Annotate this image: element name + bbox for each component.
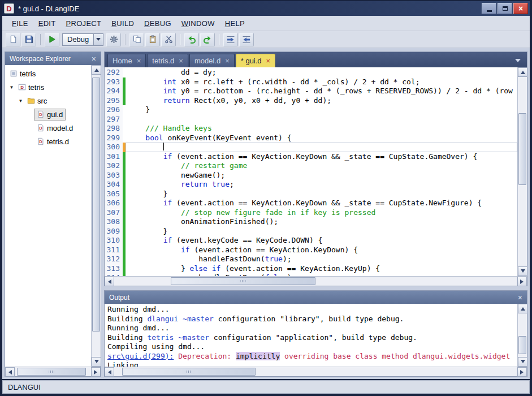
- code-line-301[interactable]: 301 if (event.action == KeyAction.KeyDow…: [105, 152, 517, 162]
- code-line-308[interactable]: 308 onAnimationFinished();: [105, 217, 517, 227]
- scroll-right-button[interactable]: [91, 367, 101, 377]
- editor-vertical-scrollbar[interactable]: [517, 67, 527, 276]
- maximize-button[interactable]: [498, 3, 512, 14]
- code-line-304[interactable]: 304 return true;: [105, 180, 517, 190]
- scroll-down-button[interactable]: [518, 357, 527, 367]
- scrollbar-thumb[interactable]: [518, 113, 526, 185]
- code-line-296[interactable]: 296 }: [105, 105, 517, 115]
- scroll-right-button[interactable]: [517, 367, 527, 377]
- run-button[interactable]: [45, 33, 59, 46]
- code-line-313[interactable]: 313 } else if (event.action == KeyAction…: [105, 264, 517, 274]
- code-line-312[interactable]: 312 handleFastDown(true);: [105, 255, 517, 264]
- panel-close-icon[interactable]: ×: [92, 55, 96, 63]
- scroll-left-button[interactable]: [105, 277, 114, 286]
- menu-file[interactable]: FILE: [7, 17, 33, 30]
- scrollbar-track[interactable]: [114, 367, 517, 376]
- scrollbar-track[interactable]: [518, 313, 527, 357]
- code-line-306[interactable]: 306 if (event.action == KeyAction.KeyDow…: [105, 199, 517, 208]
- tab-tetris.d[interactable]: tetris.d×: [147, 54, 188, 67]
- output-log[interactable]: Running dmd...Building dlangui ~master c…: [105, 304, 517, 367]
- code-line-302[interactable]: 302 // restart game: [105, 161, 517, 171]
- menu-build[interactable]: BUILD: [106, 17, 139, 30]
- minimize-button[interactable]: [482, 3, 496, 14]
- tab-close-icon[interactable]: ×: [137, 57, 141, 64]
- scrollbar-track[interactable]: [518, 77, 527, 266]
- output-horizontal-scrollbar[interactable]: [105, 367, 527, 376]
- expand-arrow-icon[interactable]: ▼: [7, 85, 16, 90]
- code-line-295[interactable]: 295 return Rect(x0, y0, x0 + dd, y0 + dd…: [105, 96, 517, 106]
- code-line-305[interactable]: 305 }: [105, 190, 517, 199]
- tab-model.d[interactable]: model.d×: [189, 54, 235, 67]
- output-header[interactable]: Output ×: [105, 291, 527, 304]
- menu-edit[interactable]: EDIT: [33, 17, 61, 30]
- scroll-down-button[interactable]: [518, 266, 527, 276]
- code-line-303[interactable]: 303 newGame();: [105, 171, 517, 180]
- cut-button[interactable]: [161, 33, 176, 46]
- chevron-down-icon[interactable]: [93, 34, 103, 45]
- scrollbar-thumb[interactable]: [122, 368, 255, 376]
- code-line-307[interactable]: 307 // stop new figure fade in if key is…: [105, 208, 517, 218]
- code-line-300[interactable]: 300: [105, 143, 517, 152]
- scrollbar-track[interactable]: [92, 75, 101, 357]
- indent-button[interactable]: [223, 33, 238, 46]
- expand-arrow-icon[interactable]: ▼: [16, 98, 25, 104]
- code-line-310[interactable]: 310 if (event.keyCode == KeyCode.DOWN) {: [105, 236, 517, 246]
- code-line-294[interactable]: 294 int y0 = rc.bottom - (rc.height - dd…: [105, 87, 517, 96]
- scrollbar-thumb[interactable]: [171, 277, 316, 285]
- tree-item-tetris.d[interactable]: Dtetris.d: [5, 135, 91, 148]
- panel-close-icon[interactable]: ×: [518, 294, 522, 302]
- tree-item-tetris[interactable]: tetris: [5, 67, 91, 80]
- tree-item-model.d[interactable]: Dmodel.d: [5, 121, 91, 135]
- code-line-299[interactable]: 299 bool onKeyEvent(KeyEvent event) {: [105, 134, 517, 143]
- scrollbar-track[interactable]: [114, 277, 517, 286]
- code-line-292[interactable]: 292 dd = dy;: [105, 68, 517, 78]
- scroll-left-button[interactable]: [5, 367, 15, 377]
- paste-button[interactable]: [145, 33, 160, 46]
- menu-debug[interactable]: DEBUG: [139, 17, 176, 30]
- tab-close-icon[interactable]: ×: [266, 57, 271, 64]
- scrollbar-track[interactable]: [15, 367, 91, 376]
- settings-button[interactable]: [106, 33, 121, 46]
- source-location-link[interactable]: src\gui.d(299):: [107, 352, 174, 360]
- tab-home[interactable]: Home×: [107, 54, 146, 67]
- scroll-down-button[interactable]: [92, 357, 101, 367]
- scroll-up-button[interactable]: [518, 304, 527, 313]
- workspace-explorer-header[interactable]: Workspace Explorer ×: [5, 52, 101, 65]
- scrollbar-thumb[interactable]: [518, 336, 526, 354]
- code-line-309[interactable]: 309 }: [105, 227, 517, 236]
- tab-gui.d[interactable]: * gui.d×: [236, 54, 275, 67]
- title-bar[interactable]: D * gui.d - DLangIDE ×: [2, 1, 530, 16]
- menu-window[interactable]: WINDOW: [176, 17, 220, 30]
- menu-project[interactable]: PROJECT: [61, 17, 107, 30]
- editor-horizontal-scrollbar[interactable]: [105, 276, 527, 286]
- code-line-297[interactable]: 297: [105, 115, 517, 124]
- scroll-up-button[interactable]: [92, 65, 101, 75]
- scrollbar-thumb[interactable]: [92, 78, 100, 332]
- code-line-311[interactable]: 311 if (event.action == KeyAction.KeyDow…: [105, 246, 517, 255]
- close-button[interactable]: ×: [513, 3, 528, 14]
- tab-list-dropdown-icon[interactable]: [512, 54, 524, 67]
- tree-item-gui.d[interactable]: Dgui.d: [5, 107, 91, 121]
- tab-close-icon[interactable]: ×: [225, 57, 230, 64]
- menu-help[interactable]: HELP: [220, 17, 250, 30]
- scroll-up-button[interactable]: [518, 67, 527, 77]
- scroll-right-button[interactable]: [517, 277, 527, 286]
- tab-close-icon[interactable]: ×: [179, 57, 183, 64]
- scroll-left-button[interactable]: [105, 367, 114, 377]
- copy-button[interactable]: [129, 33, 144, 46]
- save-button[interactable]: [21, 33, 36, 46]
- code-editor[interactable]: 292 dd = dy;293 int x0 = rc.left + (rc.w…: [105, 67, 517, 276]
- build-config-combo[interactable]: Debug: [62, 33, 103, 46]
- output-vertical-scrollbar[interactable]: [517, 304, 527, 367]
- redo-button[interactable]: [200, 33, 215, 46]
- code-line-293[interactable]: 293 int x0 = rc.left + (rc.width - dd * …: [105, 78, 517, 87]
- new-file-button[interactable]: [6, 33, 20, 46]
- tree-horizontal-scrollbar[interactable]: [5, 367, 101, 376]
- tree-item-tetris[interactable]: ▼Dtetris: [5, 80, 91, 94]
- unindent-button[interactable]: [239, 33, 254, 46]
- undo-button[interactable]: [184, 33, 199, 46]
- code-line-298[interactable]: 298 /// Handle keys: [105, 124, 517, 134]
- scrollbar-thumb[interactable]: [17, 368, 86, 376]
- tree-item-src[interactable]: ▼src: [5, 94, 91, 107]
- tree-vertical-scrollbar[interactable]: [91, 65, 101, 367]
